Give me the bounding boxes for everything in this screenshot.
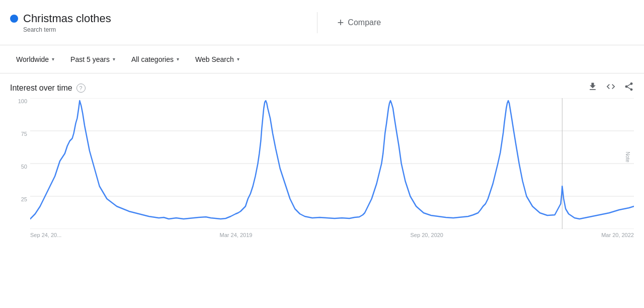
category-label: All categories <box>131 55 174 63</box>
x-label-2: Mar 24, 2019 <box>220 232 253 238</box>
search-term-text: Christmas clothes <box>23 12 111 25</box>
share-button[interactable] <box>624 82 634 94</box>
header: Christmas clothes Search term + Compare <box>0 0 644 45</box>
y-axis: 100 75 50 25 <box>10 98 30 229</box>
x-label-1: Sep 24, 20... <box>30 232 61 238</box>
location-filter[interactable]: Worldwide ▾ <box>8 51 62 67</box>
download-button[interactable] <box>588 82 598 94</box>
chart-header: Interest over time ? <box>10 82 634 94</box>
chevron-down-icon: ▾ <box>52 56 54 62</box>
time-range-filter[interactable]: Past 5 years ▾ <box>62 51 123 67</box>
filters-bar: Worldwide ▾ Past 5 years ▾ All categorie… <box>0 45 644 73</box>
compare-label: Compare <box>348 18 381 27</box>
location-label: Worldwide <box>16 55 49 63</box>
chart-title: Interest over time <box>10 84 72 93</box>
y-label-25: 25 <box>21 196 27 202</box>
chart-title-block: Interest over time ? <box>10 84 86 93</box>
x-axis: Sep 24, 20... Mar 24, 2019 Sep 20, 2020 … <box>30 229 634 244</box>
chevron-down-icon: ▾ <box>237 56 239 62</box>
embed-button[interactable] <box>606 82 616 94</box>
search-type-label: Web Search <box>195 55 234 63</box>
blue-dot-icon <box>10 15 18 23</box>
y-label-100: 100 <box>18 98 27 104</box>
compare-button[interactable]: + Compare <box>317 16 634 29</box>
line-chart-svg <box>30 98 634 229</box>
y-label-50: 50 <box>21 164 27 170</box>
x-label-4: Mar 20, 2022 <box>601 232 634 238</box>
chevron-down-icon: ▾ <box>177 56 179 62</box>
category-filter[interactable]: All categories ▾ <box>123 51 187 67</box>
chart-area: Note <box>30 98 634 229</box>
chart-actions <box>588 82 634 94</box>
note-label: Note <box>625 151 630 162</box>
chart-section: Interest over time ? 100 75 50 25 <box>0 73 644 244</box>
chevron-down-icon: ▾ <box>113 56 115 62</box>
help-text: ? <box>79 85 83 91</box>
chart-container: 100 75 50 25 Note <box>10 98 634 244</box>
time-range-label: Past 5 years <box>70 55 110 63</box>
search-type-filter[interactable]: Web Search ▾ <box>187 51 248 67</box>
x-label-3: Sep 20, 2020 <box>411 232 443 238</box>
search-label: Search term <box>23 26 307 33</box>
search-term-block: Christmas clothes Search term <box>10 12 317 33</box>
y-label-75: 75 <box>21 131 27 137</box>
plus-icon: + <box>338 16 344 29</box>
search-term-title: Christmas clothes <box>10 12 307 25</box>
help-icon[interactable]: ? <box>76 84 86 93</box>
